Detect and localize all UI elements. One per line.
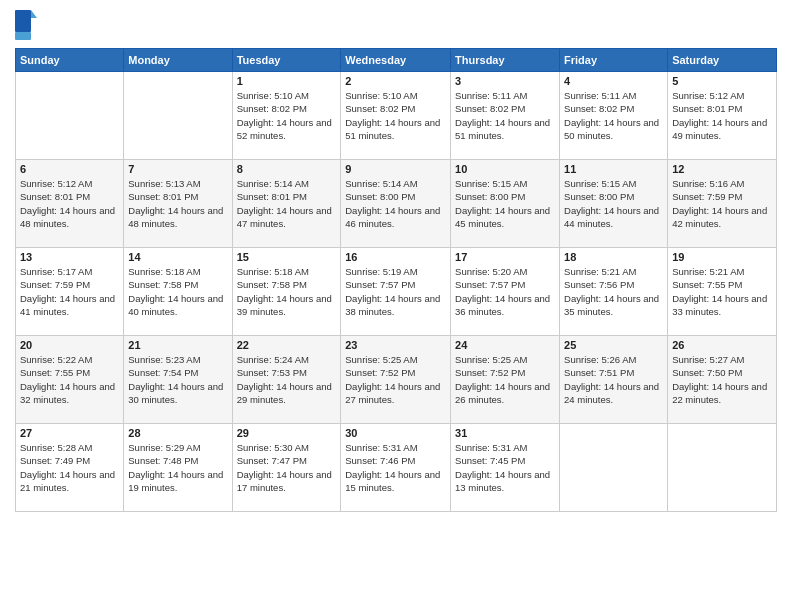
calendar-cell: 9Sunrise: 5:14 AMSunset: 8:00 PMDaylight…: [341, 160, 451, 248]
calendar-cell: 4Sunrise: 5:11 AMSunset: 8:02 PMDaylight…: [560, 72, 668, 160]
calendar-cell: 26Sunrise: 5:27 AMSunset: 7:50 PMDayligh…: [668, 336, 777, 424]
calendar-cell: 29Sunrise: 5:30 AMSunset: 7:47 PMDayligh…: [232, 424, 341, 512]
day-info: Sunrise: 5:23 AMSunset: 7:54 PMDaylight:…: [128, 353, 227, 406]
day-info: Sunrise: 5:14 AMSunset: 8:01 PMDaylight:…: [237, 177, 337, 230]
calendar-cell: 18Sunrise: 5:21 AMSunset: 7:56 PMDayligh…: [560, 248, 668, 336]
day-number: 17: [455, 251, 555, 263]
calendar-cell: 7Sunrise: 5:13 AMSunset: 8:01 PMDaylight…: [124, 160, 232, 248]
svg-marker-1: [31, 10, 37, 18]
calendar-cell: [124, 72, 232, 160]
calendar-cell: 23Sunrise: 5:25 AMSunset: 7:52 PMDayligh…: [341, 336, 451, 424]
day-info: Sunrise: 5:18 AMSunset: 7:58 PMDaylight:…: [128, 265, 227, 318]
calendar-cell: [560, 424, 668, 512]
day-number: 25: [564, 339, 663, 351]
page: SundayMondayTuesdayWednesdayThursdayFrid…: [0, 0, 792, 612]
day-number: 3: [455, 75, 555, 87]
day-number: 13: [20, 251, 119, 263]
calendar-cell: 1Sunrise: 5:10 AMSunset: 8:02 PMDaylight…: [232, 72, 341, 160]
day-info: Sunrise: 5:14 AMSunset: 8:00 PMDaylight:…: [345, 177, 446, 230]
day-number: 5: [672, 75, 772, 87]
calendar: SundayMondayTuesdayWednesdayThursdayFrid…: [15, 48, 777, 512]
calendar-cell: 13Sunrise: 5:17 AMSunset: 7:59 PMDayligh…: [16, 248, 124, 336]
day-number: 6: [20, 163, 119, 175]
weekday-header: Monday: [124, 49, 232, 72]
day-number: 30: [345, 427, 446, 439]
day-info: Sunrise: 5:25 AMSunset: 7:52 PMDaylight:…: [455, 353, 555, 406]
calendar-cell: 20Sunrise: 5:22 AMSunset: 7:55 PMDayligh…: [16, 336, 124, 424]
calendar-cell: 25Sunrise: 5:26 AMSunset: 7:51 PMDayligh…: [560, 336, 668, 424]
calendar-cell: [16, 72, 124, 160]
calendar-cell: 28Sunrise: 5:29 AMSunset: 7:48 PMDayligh…: [124, 424, 232, 512]
day-number: 8: [237, 163, 337, 175]
day-info: Sunrise: 5:25 AMSunset: 7:52 PMDaylight:…: [345, 353, 446, 406]
day-number: 24: [455, 339, 555, 351]
calendar-cell: 19Sunrise: 5:21 AMSunset: 7:55 PMDayligh…: [668, 248, 777, 336]
day-info: Sunrise: 5:16 AMSunset: 7:59 PMDaylight:…: [672, 177, 772, 230]
day-info: Sunrise: 5:12 AMSunset: 8:01 PMDaylight:…: [20, 177, 119, 230]
day-info: Sunrise: 5:10 AMSunset: 8:02 PMDaylight:…: [345, 89, 446, 142]
calendar-week: 1Sunrise: 5:10 AMSunset: 8:02 PMDaylight…: [16, 72, 777, 160]
day-number: 22: [237, 339, 337, 351]
day-info: Sunrise: 5:22 AMSunset: 7:55 PMDaylight:…: [20, 353, 119, 406]
calendar-cell: 6Sunrise: 5:12 AMSunset: 8:01 PMDaylight…: [16, 160, 124, 248]
weekday-header: Saturday: [668, 49, 777, 72]
day-info: Sunrise: 5:30 AMSunset: 7:47 PMDaylight:…: [237, 441, 337, 494]
calendar-cell: 2Sunrise: 5:10 AMSunset: 8:02 PMDaylight…: [341, 72, 451, 160]
day-info: Sunrise: 5:26 AMSunset: 7:51 PMDaylight:…: [564, 353, 663, 406]
calendar-cell: 24Sunrise: 5:25 AMSunset: 7:52 PMDayligh…: [451, 336, 560, 424]
day-number: 18: [564, 251, 663, 263]
weekday-header: Friday: [560, 49, 668, 72]
day-info: Sunrise: 5:13 AMSunset: 8:01 PMDaylight:…: [128, 177, 227, 230]
header: [15, 10, 777, 40]
day-number: 26: [672, 339, 772, 351]
calendar-cell: 22Sunrise: 5:24 AMSunset: 7:53 PMDayligh…: [232, 336, 341, 424]
weekday-header: Thursday: [451, 49, 560, 72]
day-info: Sunrise: 5:18 AMSunset: 7:58 PMDaylight:…: [237, 265, 337, 318]
day-info: Sunrise: 5:11 AMSunset: 8:02 PMDaylight:…: [564, 89, 663, 142]
day-number: 28: [128, 427, 227, 439]
day-info: Sunrise: 5:12 AMSunset: 8:01 PMDaylight:…: [672, 89, 772, 142]
calendar-cell: 10Sunrise: 5:15 AMSunset: 8:00 PMDayligh…: [451, 160, 560, 248]
calendar-cell: 8Sunrise: 5:14 AMSunset: 8:01 PMDaylight…: [232, 160, 341, 248]
day-info: Sunrise: 5:20 AMSunset: 7:57 PMDaylight:…: [455, 265, 555, 318]
calendar-cell: 5Sunrise: 5:12 AMSunset: 8:01 PMDaylight…: [668, 72, 777, 160]
day-number: 27: [20, 427, 119, 439]
day-number: 10: [455, 163, 555, 175]
weekday-row: SundayMondayTuesdayWednesdayThursdayFrid…: [16, 49, 777, 72]
calendar-header: SundayMondayTuesdayWednesdayThursdayFrid…: [16, 49, 777, 72]
calendar-cell: 15Sunrise: 5:18 AMSunset: 7:58 PMDayligh…: [232, 248, 341, 336]
logo: [15, 10, 37, 40]
day-number: 29: [237, 427, 337, 439]
weekday-header: Tuesday: [232, 49, 341, 72]
svg-rect-2: [15, 32, 31, 40]
day-number: 19: [672, 251, 772, 263]
day-info: Sunrise: 5:24 AMSunset: 7:53 PMDaylight:…: [237, 353, 337, 406]
weekday-header: Wednesday: [341, 49, 451, 72]
calendar-week: 13Sunrise: 5:17 AMSunset: 7:59 PMDayligh…: [16, 248, 777, 336]
day-info: Sunrise: 5:15 AMSunset: 8:00 PMDaylight:…: [564, 177, 663, 230]
calendar-cell: 14Sunrise: 5:18 AMSunset: 7:58 PMDayligh…: [124, 248, 232, 336]
day-number: 16: [345, 251, 446, 263]
day-info: Sunrise: 5:17 AMSunset: 7:59 PMDaylight:…: [20, 265, 119, 318]
day-info: Sunrise: 5:21 AMSunset: 7:56 PMDaylight:…: [564, 265, 663, 318]
day-number: 20: [20, 339, 119, 351]
day-info: Sunrise: 5:31 AMSunset: 7:46 PMDaylight:…: [345, 441, 446, 494]
day-info: Sunrise: 5:10 AMSunset: 8:02 PMDaylight:…: [237, 89, 337, 142]
calendar-cell: 17Sunrise: 5:20 AMSunset: 7:57 PMDayligh…: [451, 248, 560, 336]
day-number: 2: [345, 75, 446, 87]
calendar-week: 27Sunrise: 5:28 AMSunset: 7:49 PMDayligh…: [16, 424, 777, 512]
day-number: 23: [345, 339, 446, 351]
day-info: Sunrise: 5:21 AMSunset: 7:55 PMDaylight:…: [672, 265, 772, 318]
day-number: 7: [128, 163, 227, 175]
day-number: 12: [672, 163, 772, 175]
calendar-body: 1Sunrise: 5:10 AMSunset: 8:02 PMDaylight…: [16, 72, 777, 512]
day-info: Sunrise: 5:28 AMSunset: 7:49 PMDaylight:…: [20, 441, 119, 494]
day-info: Sunrise: 5:15 AMSunset: 8:00 PMDaylight:…: [455, 177, 555, 230]
calendar-cell: 30Sunrise: 5:31 AMSunset: 7:46 PMDayligh…: [341, 424, 451, 512]
day-info: Sunrise: 5:11 AMSunset: 8:02 PMDaylight:…: [455, 89, 555, 142]
day-info: Sunrise: 5:31 AMSunset: 7:45 PMDaylight:…: [455, 441, 555, 494]
day-number: 15: [237, 251, 337, 263]
calendar-cell: 11Sunrise: 5:15 AMSunset: 8:00 PMDayligh…: [560, 160, 668, 248]
weekday-header: Sunday: [16, 49, 124, 72]
day-number: 1: [237, 75, 337, 87]
